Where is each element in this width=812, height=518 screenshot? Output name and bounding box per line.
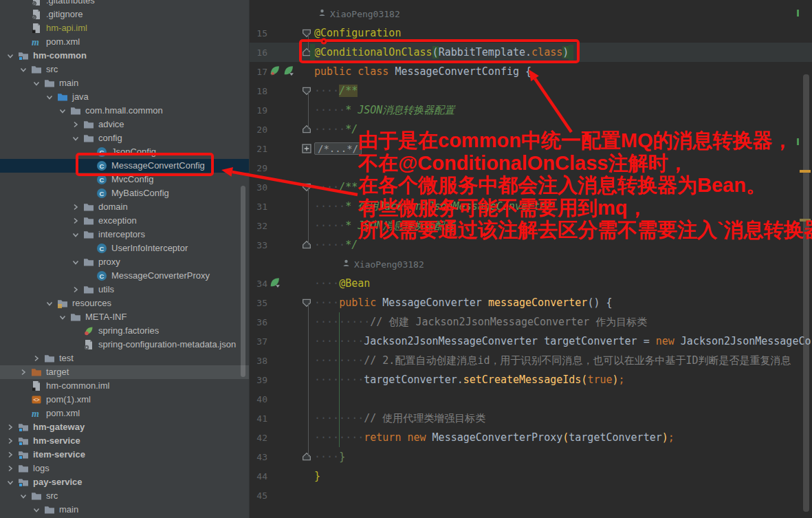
code-line-41[interactable]: 41········// 使用代理类增强目标类	[250, 409, 812, 428]
line-number[interactable]: 19	[250, 105, 267, 116]
line-number[interactable]: 45	[250, 490, 267, 501]
code-line-42[interactable]: 42········return new MessageConverterPro…	[250, 428, 812, 447]
code-line-45[interactable]: 45	[250, 486, 812, 505]
code-line-31[interactable]: 31·····* 使用Jackson2JsonMessageConverter	[250, 197, 812, 216]
line-number[interactable]: 35	[250, 298, 267, 308]
chevron-down-icon[interactable]	[58, 312, 67, 322]
chevron-down-icon[interactable]	[6, 477, 15, 487]
vcs-mark[interactable]	[797, 138, 799, 145]
vcs-mark[interactable]	[797, 10, 799, 17]
fold-down-icon[interactable]	[299, 85, 314, 96]
line-number[interactable]: 34	[250, 279, 267, 289]
tree-item-hm-service[interactable]: hm-service	[0, 434, 249, 448]
tree-item-advice[interactable]: advice	[0, 118, 249, 131]
chevron-down-icon[interactable]	[32, 78, 41, 88]
tree-item-exception[interactable]: exception	[0, 214, 249, 228]
tree-item-target[interactable]: target	[0, 365, 249, 379]
line-number[interactable]: 31	[250, 202, 267, 212]
code-line-19[interactable]: 19·····* JSON消息转换器配置	[250, 100, 812, 120]
chevron-down-icon[interactable]	[58, 106, 67, 116]
line-number[interactable]: 33	[250, 240, 267, 250]
tree-item-pom-1-.xml[interactable]: <>pom(1).xml	[0, 393, 249, 407]
chevron-right-icon[interactable]	[71, 120, 80, 129]
line-number[interactable]: 41	[250, 413, 267, 424]
chevron-right-icon[interactable]	[6, 450, 15, 460]
tree-item-MyBatisConfig[interactable]: CMyBatisConfig	[0, 186, 249, 200]
code-editor[interactable]: XiaoPeng0318215@Configuration16@Conditio…	[250, 0, 812, 518]
chevron-down-icon[interactable]	[6, 51, 15, 61]
fold-plus-icon[interactable]	[299, 143, 314, 154]
chevron-down-icon[interactable]	[71, 230, 80, 239]
chevron-down-icon[interactable]	[71, 257, 80, 267]
tree-item-src[interactable]: src	[0, 63, 249, 76]
tree-item-.gitignore[interactable]: .gitignore	[0, 8, 249, 21]
code-line-21[interactable]: 21/*...*/	[250, 139, 812, 158]
chevron-down-icon[interactable]	[19, 65, 28, 74]
tree-item-hm-common.iml[interactable]: hm-common.iml	[0, 379, 249, 393]
tree-item-interceptors[interactable]: interceptors	[0, 228, 249, 241]
chevron-right-icon[interactable]	[6, 464, 15, 473]
chevron-down-icon[interactable]	[45, 299, 54, 308]
line-number[interactable]: 18	[250, 86, 267, 96]
chevron-right-icon[interactable]	[32, 354, 41, 363]
code-line-16[interactable]: 16@ConditionalOnClass(RabbitTemplate.cla…	[250, 43, 812, 62]
code-line-36[interactable]: 36·········// 创建 Jackson2JsonMessageConv…	[250, 312, 812, 332]
tree-item-config[interactable]: config	[0, 131, 249, 145]
line-number[interactable]: 44	[250, 471, 267, 482]
code-line-35[interactable]: 35····public MessageConverter messageCon…	[250, 293, 812, 312]
tree-item-proxy[interactable]: proxy	[0, 255, 249, 269]
code-line-38[interactable]: 38········// 2.配置自动创建消息id，用于识别不同消息，也可以在业…	[250, 351, 812, 370]
line-number[interactable]: 15	[250, 28, 267, 39]
fold-up-icon[interactable]	[299, 239, 314, 250]
tree-item-spring.factories[interactable]: spring.factories	[0, 324, 249, 338]
line-number[interactable]: 30	[250, 182, 267, 193]
tree-item-resources[interactable]: resources	[0, 296, 249, 310]
chevron-right-icon[interactable]	[19, 367, 28, 377]
chevron-down-icon[interactable]	[19, 491, 28, 501]
line-number[interactable]: 20	[250, 125, 267, 135]
line-number[interactable]: 40	[250, 394, 267, 404]
code-line-15[interactable]: 15@Configuration	[250, 23, 812, 43]
editor-scrollbar[interactable]	[803, 74, 809, 512]
fold-down-icon[interactable]	[299, 28, 314, 39]
chevron-right-icon[interactable]	[6, 436, 15, 446]
code-line-44[interactable]: 44}	[250, 466, 812, 486]
tree-item-domain[interactable]: domain	[0, 200, 249, 214]
chevron-down-icon[interactable]	[32, 505, 41, 515]
fold-up-icon[interactable]	[299, 451, 314, 462]
chevron-down-icon[interactable]	[45, 92, 54, 102]
tree-item-logs[interactable]: logs	[0, 462, 249, 475]
fold-up-icon[interactable]	[299, 124, 314, 135]
warning-mark[interactable]	[800, 219, 811, 222]
code-line-18[interactable]: 18····/**	[250, 81, 812, 100]
chevron-right-icon[interactable]	[71, 216, 80, 226]
tree-item-main[interactable]: main	[0, 503, 249, 517]
tree-item-MessageConvertConfig[interactable]: CMessageConvertConfig	[0, 159, 249, 173]
line-number[interactable]: 21	[250, 144, 267, 154]
tree-item-test[interactable]: test	[0, 352, 249, 365]
tree-item-pom.xml[interactable]: mpom.xml	[0, 35, 249, 49]
code-line-34[interactable]: 34····@Bean	[250, 274, 812, 293]
line-number[interactable]: 32	[250, 221, 267, 231]
tree-item-utils[interactable]: utils	[0, 283, 249, 296]
line-number[interactable]: 37	[250, 336, 267, 347]
tree-item-pay-service[interactable]: pay-service	[0, 475, 249, 489]
code-line-40[interactable]: 40	[250, 389, 812, 409]
line-number[interactable]: 43	[250, 452, 267, 462]
tree-scrollbar[interactable]	[241, 186, 245, 377]
fold-down-icon[interactable]	[299, 297, 314, 308]
code-line-20[interactable]: 20·····*/	[250, 120, 812, 139]
line-number[interactable]: 42	[250, 433, 267, 443]
tree-item-MessageConverterProxy[interactable]: CMessageConverterProxy	[0, 269, 249, 283]
line-number[interactable]: 36	[250, 317, 267, 327]
code-line-32[interactable]: 32·····* JSON消息转换器配置	[250, 216, 812, 235]
chevron-right-icon[interactable]	[6, 422, 15, 432]
tree-item-pom.xml[interactable]: mpom.xml	[0, 407, 249, 420]
code-line-37[interactable]: 37········Jackson2JsonMessageConverter t…	[250, 332, 812, 351]
tree-item-java[interactable]: java	[0, 90, 249, 104]
tree-item-com.hmall.common[interactable]: com.hmall.common	[0, 104, 249, 118]
code-line-17[interactable]: 17public class MessageConvertConfig {	[250, 62, 812, 81]
tree-item-META-INF[interactable]: META-INF	[0, 310, 249, 324]
code-line-43[interactable]: 43····}	[250, 447, 812, 466]
tree-item-src[interactable]: src	[0, 489, 249, 503]
